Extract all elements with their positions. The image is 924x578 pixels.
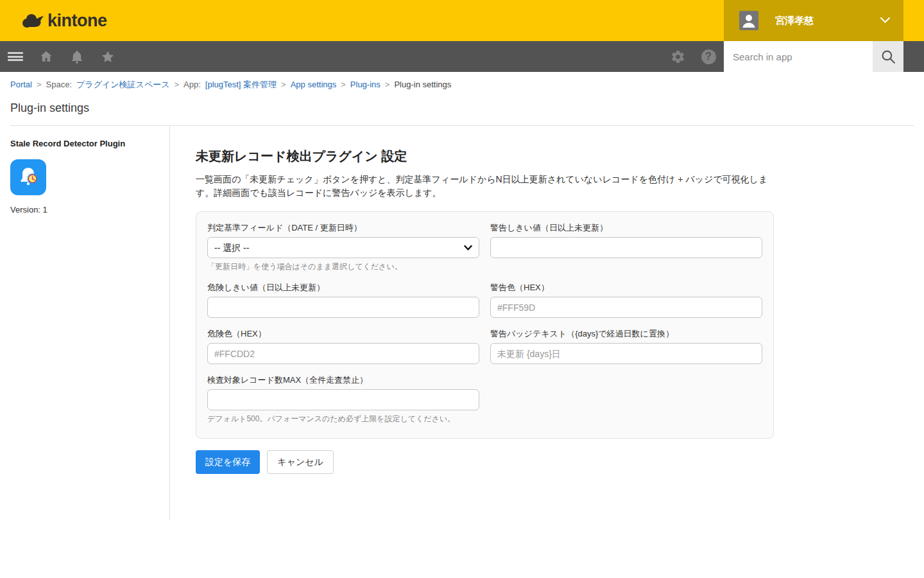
cancel-button[interactable]: キャンセル	[267, 450, 334, 474]
top-header: kintone 宮澤孝慈	[0, 0, 924, 41]
breadcrumb-app-prefix: App:	[184, 79, 201, 91]
breadcrumb-space-link[interactable]: プラグイン検証スペース	[76, 79, 169, 91]
field-danger-color: 危険色（HEX）	[207, 329, 479, 364]
breadcrumb-current: Plug-in settings	[394, 79, 451, 91]
field-badge-text: 警告バッジテキスト（{days}で経過日数に置換）	[490, 329, 762, 364]
settings-description: 一覧画面の「未更新チェック」ボタンを押すと、判定基準フィールドからN日以上更新さ…	[196, 173, 771, 200]
kintone-cloud-icon	[21, 12, 44, 30]
field-danger-threshold: 危険しきい値（日以上未更新）	[207, 283, 479, 318]
warn-threshold-label: 警告しきい値（日以上未更新）	[490, 223, 762, 233]
base-date-label: 判定基準フィールド（DATE / 更新日時）	[207, 223, 479, 233]
max-records-help: デフォルト500。パフォーマンスのため必ず上限を設定してください。	[207, 414, 479, 424]
search-icon	[880, 48, 896, 65]
user-avatar-icon	[739, 11, 758, 30]
breadcrumb-portal[interactable]: Portal	[10, 79, 32, 91]
user-name: 宮澤孝慈	[775, 15, 880, 27]
page-title: Plug-in settings	[10, 100, 914, 116]
navbar-right-group: ?	[662, 41, 903, 72]
badge-text-input[interactable]	[490, 343, 762, 364]
settings-form-panel: 判定基準フィールド（DATE / 更新日時） -- 選択 -- 「更新日時」を使…	[196, 211, 774, 439]
danger-threshold-label: 危険しきい値（日以上未更新）	[207, 283, 479, 293]
settings-title: 未更新レコード検出プラグイン 設定	[196, 148, 774, 164]
warn-color-input[interactable]	[490, 297, 762, 318]
danger-threshold-input[interactable]	[207, 297, 479, 318]
field-warn-threshold: 警告しきい値（日以上未更新）	[490, 223, 762, 272]
logo-wordmark: kintone	[47, 12, 107, 30]
warn-color-label: 警告色（HEX）	[490, 283, 762, 293]
plugin-name: Stale Record Detector Plugin	[10, 139, 159, 150]
breadcrumb-separator: >	[281, 79, 286, 91]
form-actions: 設定を保存 キャンセル	[196, 450, 774, 474]
breadcrumb-app-link[interactable]: [plugTest] 案件管理	[205, 79, 277, 91]
user-menu[interactable]: 宮澤孝慈	[724, 0, 903, 41]
plugin-settings-main: 未更新レコード検出プラグイン 設定 一覧画面の「未更新チェック」ボタンを押すと、…	[170, 126, 774, 520]
danger-color-label: 危険色（HEX）	[207, 329, 479, 339]
breadcrumb-separator: >	[174, 79, 179, 91]
search-button[interactable]	[873, 41, 903, 72]
breadcrumb-separator: >	[385, 79, 390, 91]
base-date-select-wrap: -- 選択 --	[207, 237, 479, 258]
gear-icon[interactable]	[662, 41, 693, 72]
kintone-logo[interactable]: kintone	[21, 12, 107, 30]
plugin-bell-clock-icon	[10, 159, 46, 195]
search-input[interactable]	[724, 41, 873, 72]
breadcrumb-space-prefix: Space:	[46, 79, 72, 91]
plugin-version: Version: 1	[10, 205, 159, 215]
settings-form-grid: 判定基準フィールド（DATE / 更新日時） -- 選択 -- 「更新日時」を使…	[207, 223, 762, 424]
save-button[interactable]: 設定を保存	[196, 450, 260, 474]
app-window: kintone 宮澤孝慈	[0, 0, 924, 520]
star-icon[interactable]	[92, 41, 123, 72]
field-max-records: 検査対象レコード数MAX（全件走査禁止） デフォルト500。パフォーマンスのため…	[207, 375, 479, 424]
plugin-sidebar: Stale Record Detector Plugin Version: 1	[0, 126, 170, 520]
chevron-down-icon	[880, 15, 891, 26]
field-base-date: 判定基準フィールド（DATE / 更新日時） -- 選択 -- 「更新日時」を使…	[207, 223, 479, 272]
breadcrumb-separator: >	[37, 79, 42, 91]
breadcrumb-app-settings[interactable]: App settings	[291, 79, 337, 91]
bell-icon[interactable]	[62, 41, 92, 72]
base-date-help: 「更新日時」を使う場合はそのまま選択してください。	[207, 262, 479, 272]
search-box	[724, 41, 903, 72]
breadcrumb-separator: >	[341, 79, 346, 91]
help-icon[interactable]: ?	[693, 41, 724, 72]
home-icon[interactable]	[31, 41, 62, 72]
content-area: Stale Record Detector Plugin Version: 1 …	[0, 126, 924, 520]
badge-text-label: 警告バッジテキスト（{days}で経過日数に置換）	[490, 329, 762, 339]
max-records-label: 検査対象レコード数MAX（全件走査禁止）	[207, 375, 479, 385]
breadcrumb: Portal > Space: プラグイン検証スペース > App: [plug…	[0, 72, 924, 91]
navbar: ?	[0, 41, 924, 72]
warn-threshold-input[interactable]	[490, 237, 762, 258]
breadcrumb-plugins[interactable]: Plug-ins	[350, 79, 381, 91]
max-records-input[interactable]	[207, 389, 479, 410]
danger-color-input[interactable]	[207, 343, 479, 364]
field-warn-color: 警告色（HEX）	[490, 283, 762, 318]
base-date-select[interactable]: -- 選択 --	[207, 237, 479, 258]
hamburger-menu-icon[interactable]	[0, 41, 31, 72]
